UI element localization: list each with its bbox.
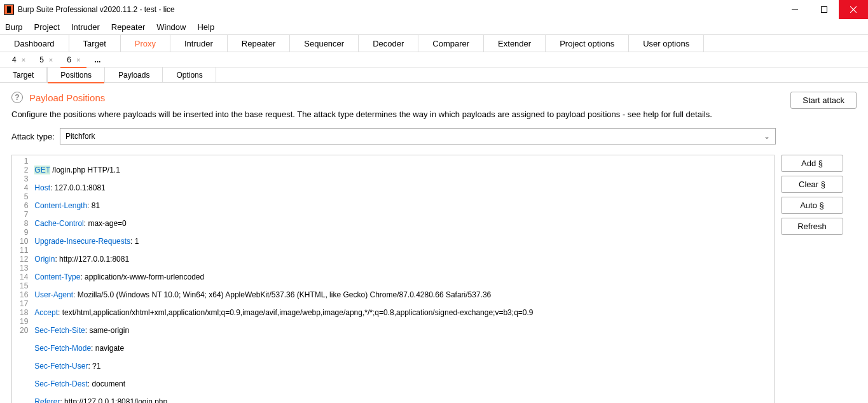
tab-dashboard[interactable]: Dashboard — [0, 35, 69, 52]
refresh-button[interactable]: Refresh — [781, 218, 843, 235]
close-icon[interactable]: × — [22, 56, 25, 64]
auto-marker-button[interactable]: Auto § — [781, 197, 843, 214]
attack-tab-5[interactable]: 5× — [32, 52, 60, 67]
title-bar: Burp Suite Professional v2020.11.2 - tes… — [0, 0, 868, 19]
request-code[interactable]: GET /login.php HTTP/1.1 Host: 127.0.0.1:… — [32, 155, 535, 403]
add-marker-button[interactable]: Add § — [781, 155, 843, 172]
menu-help[interactable]: Help — [197, 22, 214, 32]
attack-type-select[interactable]: Pitchfork ⌄ — [60, 128, 776, 145]
tab-project-options[interactable]: Project options — [546, 35, 629, 52]
subtab-target[interactable]: Target — [0, 67, 47, 83]
clear-marker-button[interactable]: Clear § — [781, 176, 843, 193]
menu-project[interactable]: Project — [34, 22, 59, 32]
menu-intruder[interactable]: Intruder — [71, 22, 100, 32]
main-tabs: Dashboard Target Proxy Intruder Repeater… — [0, 34, 868, 52]
subtab-positions[interactable]: Positions — [47, 67, 105, 83]
close-icon[interactable]: × — [76, 56, 80, 64]
maximize-button[interactable] — [809, 0, 839, 19]
tab-user-options[interactable]: User options — [629, 35, 704, 52]
menu-bar: Burp Project Intruder Repeater Window He… — [0, 19, 868, 34]
tab-sequencer[interactable]: Sequencer — [290, 35, 359, 52]
attack-tab-6[interactable]: 6× — [60, 52, 87, 67]
subtab-options[interactable]: Options — [163, 67, 216, 83]
attack-tab-new[interactable]: ... — [87, 52, 107, 67]
section-description: Configure the positions where payloads w… — [11, 110, 857, 119]
request-editor[interactable]: 1234567891011121314151617181920 GET /log… — [11, 155, 775, 403]
help-icon[interactable]: ? — [11, 92, 23, 103]
attack-type-label: Attack type: — [11, 132, 55, 141]
tab-comparer[interactable]: Comparer — [418, 35, 484, 52]
menu-burp[interactable]: Burp — [5, 22, 22, 32]
section-title: Payload Positions — [29, 92, 105, 103]
close-button[interactable] — [839, 0, 868, 19]
attack-tab-4[interactable]: 4× — [5, 52, 32, 67]
tab-target[interactable]: Target — [69, 35, 121, 52]
line-gutter: 1234567891011121314151617181920 — [12, 155, 32, 403]
app-icon — [4, 4, 14, 15]
tab-intruder[interactable]: Intruder — [170, 35, 228, 52]
subtab-payloads[interactable]: Payloads — [105, 67, 163, 83]
attack-type-value: Pitchfork — [65, 132, 95, 141]
attack-number-tabs: 4× 5× 6× ... — [0, 52, 868, 67]
intruder-subtabs: Target Positions Payloads Options — [0, 67, 868, 83]
tab-repeater[interactable]: Repeater — [228, 35, 290, 52]
menu-window[interactable]: Window — [156, 22, 186, 32]
minimize-button[interactable] — [780, 0, 809, 19]
chevron-down-icon: ⌄ — [764, 132, 770, 141]
start-attack-button[interactable]: Start attack — [790, 92, 857, 109]
menu-repeater[interactable]: Repeater — [111, 22, 145, 32]
tab-extender[interactable]: Extender — [484, 35, 546, 52]
window-title: Burp Suite Professional v2020.11.2 - tes… — [18, 5, 780, 14]
svg-rect-1 — [822, 7, 827, 13]
tab-decoder[interactable]: Decoder — [359, 35, 418, 52]
tab-proxy[interactable]: Proxy — [121, 35, 170, 52]
close-icon[interactable]: × — [49, 56, 53, 64]
